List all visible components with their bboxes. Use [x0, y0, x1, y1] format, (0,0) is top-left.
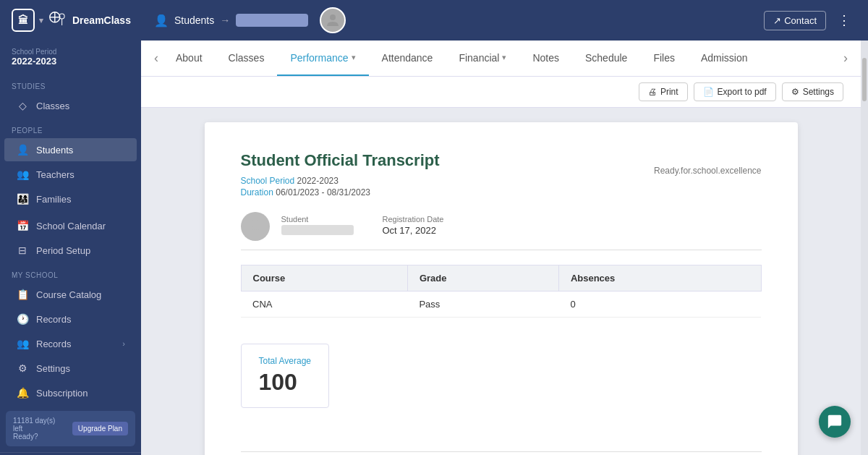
contact-button[interactable]: ↗ Contact: [764, 11, 826, 30]
sidebar-item-records[interactable]: 👥 Records ›: [4, 332, 137, 355]
period-icon: ⊟: [16, 244, 29, 256]
chat-icon: [827, 414, 843, 430]
sidebar-item-label: Teachers: [36, 169, 75, 180]
duration-val: 06/01/2023 - 08/31/2023: [276, 187, 370, 197]
sidebar-item-label: Students: [36, 145, 73, 156]
sidebar-item-period-setup[interactable]: ⊟ Period Setup: [4, 239, 137, 262]
registration-date-label: Registration Date: [383, 215, 444, 224]
sidebar-item-label: Subscription: [36, 388, 88, 399]
doc-student-info: Student Registration Date Oct 17, 2022: [281, 215, 444, 238]
print-icon: 🖨: [648, 87, 657, 97]
student-name-breadcrumb: [236, 14, 308, 27]
total-avg-label: Total Average: [259, 356, 312, 366]
registration-info-block: Registration Date Oct 17, 2022: [383, 215, 444, 238]
tab-prev-button[interactable]: ‹: [150, 41, 163, 76]
tab-admission[interactable]: Admission: [688, 41, 761, 76]
families-icon: 👨‍👩‍👧: [16, 193, 29, 205]
sidebar-item-label: School Calendar: [36, 221, 106, 231]
tab-schedule[interactable]: Schedule: [572, 41, 640, 76]
tab-performance[interactable]: Performance ▾: [277, 41, 368, 76]
tab-classes[interactable]: Classes: [216, 41, 278, 76]
classes-icon: ◇: [16, 100, 29, 111]
doc-header: Student Official Transcript School Perio…: [241, 151, 762, 197]
table-header-row: Course Grade Absences: [241, 265, 761, 292]
upgrade-plan-button[interactable]: Upgrade Plan: [72, 422, 128, 435]
avatar-icon: [324, 12, 341, 29]
grade-table-head: Course Grade Absences: [241, 265, 761, 292]
sidebar-item-families[interactable]: 👨‍👩‍👧 Families: [4, 187, 137, 211]
course-header: Course: [241, 265, 407, 292]
school-period-label: School Period: [241, 176, 295, 186]
course-cell: CNA: [241, 292, 407, 318]
sidebar-item-school-periods[interactable]: 🕐 Records: [4, 307, 137, 331]
school-period-value: 2022-2023: [12, 56, 129, 67]
records-icon: 👥: [16, 338, 29, 349]
gear-icon: ⚙: [791, 87, 799, 97]
school-period-box: School Period 2022-2023: [0, 41, 141, 74]
sidebar-item-settings[interactable]: ⚙ Settings: [4, 357, 137, 380]
performance-dropdown-icon: ▾: [352, 53, 356, 62]
absences-header: Absences: [558, 265, 761, 292]
teachers-icon: 👥: [16, 169, 29, 180]
tab-next-button[interactable]: ›: [839, 41, 852, 76]
students-icon: 👤: [16, 144, 29, 156]
studies-section: Studies: [0, 74, 141, 93]
sidebar-item-course-catalog[interactable]: 📋 Course Catalog: [4, 283, 137, 306]
svg-point-6: [251, 219, 260, 228]
grade-table: Course Grade Absences CNA Pass 0: [241, 265, 762, 318]
total-average-box: Total Average 100: [241, 344, 330, 408]
chat-button[interactable]: [819, 406, 851, 438]
students-breadcrumb[interactable]: Students: [174, 14, 214, 26]
tab-attendance[interactable]: Attendance: [369, 41, 446, 76]
sidebar-item-school-calendar[interactable]: 📅 School Calendar: [4, 214, 137, 237]
upgrade-box: 11181 day(s) left Ready? Upgrade Plan: [6, 411, 135, 446]
sidebar-item-students[interactable]: 👤 Students: [4, 138, 137, 161]
tab-files[interactable]: Files: [640, 41, 688, 76]
breadcrumb-arrow: →: [220, 14, 230, 26]
doc-header-left: Student Official Transcript School Perio…: [241, 151, 440, 197]
grade-header: Grade: [407, 265, 558, 292]
doc-tagline: Ready.for.school.excellence: [654, 166, 762, 176]
my-school-section: My School: [0, 263, 141, 282]
school-period-value: 2022-2023: [297, 176, 339, 186]
school-periods-icon: 🕐: [16, 313, 29, 325]
student-name-value: [281, 225, 354, 235]
calendar-icon: 📅: [16, 220, 29, 231]
sidebar: School Period 2022-2023 Studies ◇ Classe…: [0, 41, 141, 455]
avatar: [320, 7, 346, 33]
tab-about[interactable]: About: [163, 41, 216, 76]
settings-button[interactable]: ⚙ Settings: [782, 82, 843, 101]
content-area: ‹ About Classes Performance ▾ Attendance…: [141, 41, 861, 455]
grade-cell: Pass: [407, 292, 558, 318]
more-options-button[interactable]: ⋮: [832, 9, 856, 31]
sidebar-item-label: Settings: [36, 363, 70, 374]
records-arrow: ›: [122, 339, 125, 348]
sidebar-user[interactable]: 👤 dreamclass team ▾: [0, 452, 141, 455]
sidebar-item-teachers[interactable]: 👥 Teachers: [4, 163, 137, 186]
doc-footer: [241, 451, 762, 455]
app-logo[interactable]: 🏛 ▾ DreamClass: [12, 9, 131, 32]
registration-date-value: Oct 17, 2022: [383, 225, 444, 236]
scroll-rail[interactable]: [861, 41, 868, 455]
dreamclass-icon: [48, 10, 68, 30]
export-pdf-button[interactable]: 📄 Export to pdf: [694, 82, 776, 101]
doc-meta-period: School Period 2022-2023: [241, 176, 440, 186]
print-button[interactable]: 🖨 Print: [639, 82, 688, 101]
upgrade-days: 11181 day(s) left: [13, 417, 67, 433]
doc-title: Student Official Transcript: [241, 151, 440, 170]
svg-point-5: [330, 14, 336, 20]
breadcrumb: 👤 Students →: [154, 7, 755, 33]
sidebar-item-label: Course Catalog: [36, 289, 101, 300]
transcript-paper: Student Official Transcript School Perio…: [205, 122, 798, 455]
tab-financial[interactable]: Financial ▾: [446, 41, 519, 76]
tab-notes[interactable]: Notes: [519, 41, 572, 76]
grade-table-body: CNA Pass 0: [241, 292, 761, 318]
sidebar-item-classes[interactable]: ◇ Classes: [4, 94, 137, 117]
person-icon: 👤: [154, 14, 169, 27]
doc-header-right: Ready.for.school.excellence: [654, 151, 762, 176]
toolbar: 🖨 Print 📄 Export to pdf ⚙ Settings: [141, 77, 861, 108]
student-doc-avatar: [241, 212, 270, 241]
document-area: Student Official Transcript School Perio…: [141, 108, 861, 455]
sidebar-item-label: Families: [36, 194, 71, 205]
sidebar-item-subscription[interactable]: 🔔 Subscription: [4, 381, 137, 404]
